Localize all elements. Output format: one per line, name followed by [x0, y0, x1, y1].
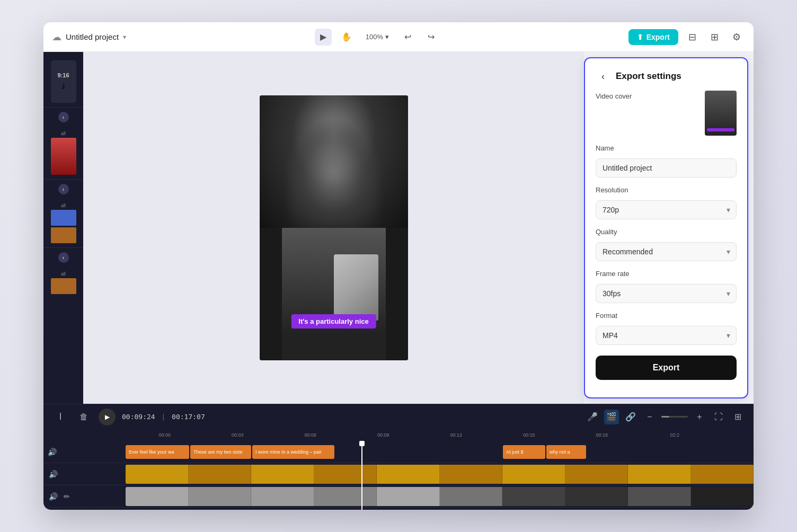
timeline-tracks: 🔊 Ever feel like your wa These are my tw…	[43, 441, 754, 510]
frame-d-4	[314, 487, 377, 506]
zoom-value: 100%	[366, 33, 383, 41]
expand-sidebar-button-1[interactable]: ›	[58, 112, 69, 122]
frame-4	[314, 465, 377, 484]
frame-d-1	[126, 487, 189, 506]
frame-d-5	[377, 487, 440, 506]
layers-button[interactable]: ⊟	[684, 29, 701, 46]
track-edit-button[interactable]: ✏	[61, 491, 72, 502]
track-controls-2: 🔊	[43, 469, 126, 480]
quality-select-wrapper: LowMediumRecommendedHigh	[596, 242, 737, 261]
zoom-in-button[interactable]: +	[692, 410, 707, 424]
undo-button[interactable]: ↩	[400, 29, 417, 46]
ruler-mark-2: 00:06	[274, 432, 347, 438]
frame-6	[440, 465, 503, 484]
frame-8	[565, 465, 628, 484]
frame-rate-select-wrapper: 24fps25fps30fps60fps	[596, 284, 737, 303]
track-content-subtitles: Ever feel like your wa These are my two …	[126, 441, 754, 463]
name-input[interactable]	[596, 158, 737, 178]
frame-rate-select[interactable]: 24fps25fps30fps60fps	[596, 284, 737, 303]
play-button[interactable]: ▶	[99, 409, 116, 425]
expand-sidebar-button-2[interactable]: ›	[58, 184, 69, 194]
clip-5-label: why not a	[550, 449, 570, 455]
redo-button[interactable]: ↪	[423, 29, 440, 46]
frame-7	[502, 465, 565, 484]
name-label: Name	[596, 144, 737, 152]
trash-button[interactable]: 🗑	[75, 409, 92, 425]
track-volume-button-2[interactable]: 🔊	[48, 491, 58, 502]
track-controls-3: 🔊 ✏	[43, 491, 126, 502]
text-cursor-tool-button[interactable]: I	[52, 409, 69, 425]
ruler-mark-4: 00:12	[420, 432, 493, 438]
format-select[interactable]: MP4MOVAVIGIF	[596, 326, 737, 345]
left-sidebar: 9:16 ♪ › all › all	[43, 52, 83, 404]
video-cover-section: Video cover	[596, 92, 737, 136]
resolution-select[interactable]: 360p480p720p1080p4K	[596, 200, 737, 219]
strip-frames-1	[126, 465, 754, 484]
video-strip-dark[interactable]	[126, 487, 754, 506]
main-content: 9:16 ♪ › all › all	[43, 52, 754, 404]
settings-button[interactable]: ⚙	[728, 29, 745, 46]
track-row-video-1: 🔊	[43, 463, 754, 485]
frame-d-9	[628, 487, 691, 506]
ruler-mark-3: 00:09	[347, 432, 420, 438]
resolution-select-wrapper: 360p480p720p1080p4K	[596, 200, 737, 219]
video-tool-button[interactable]: 🎬	[604, 410, 619, 424]
playhead	[361, 441, 362, 510]
subtitle-clip-2[interactable]: These are my two siste	[190, 445, 251, 459]
zoom-level-button[interactable]: 100% ▾	[361, 31, 393, 43]
panel-header: ‹ Export settings	[596, 69, 737, 84]
frame-d-6	[440, 487, 503, 506]
track-row-text: 🔊 ..it's a particularly nice... These ar…	[43, 508, 754, 510]
frame-10	[691, 465, 754, 484]
resolution-form-group: Resolution 360p480p720p1080p4K	[596, 186, 737, 219]
ruler-mark-0: 00:00	[128, 432, 201, 438]
timeline-right-tools: 🎤 🎬 🔗 − + ⛶ ⊞	[585, 410, 745, 424]
layout-button[interactable]: ⊞	[706, 29, 723, 46]
fullscreen-button[interactable]: ⛶	[711, 410, 726, 424]
track-volume-button-1[interactable]: 🔊	[48, 469, 58, 480]
expand-sidebar-button-3[interactable]: ›	[58, 252, 69, 263]
hand-tool-button[interactable]: ✋	[338, 29, 355, 46]
zoom-out-button[interactable]: −	[642, 410, 657, 424]
timeline-area: I 🗑 ▶ 00:09:24 | 00:17:07 🎤 🎬 🔗 − + ⛶	[43, 404, 754, 510]
video-cover-thumb[interactable]	[705, 91, 737, 136]
play-icon: ▶	[105, 413, 110, 421]
current-time-display: 00:09:24 | 00:17:07	[122, 413, 205, 421]
layout-tool-button[interactable]: ⊞	[730, 410, 745, 424]
tiktok-icon: ♪	[61, 81, 66, 92]
export-action-button[interactable]: Export	[596, 356, 737, 380]
export-label: Export	[647, 33, 670, 41]
subtitle-clip-4[interactable]: At just $	[503, 445, 545, 459]
zoom-chevron-icon: ▾	[385, 33, 389, 41]
track-content-text: ..it's a particularly nice... These are …	[126, 508, 754, 510]
mic-tool-button[interactable]: 🎤	[585, 410, 600, 424]
back-button[interactable]: ‹	[596, 69, 610, 84]
subtitle-text: It's a particularly nice	[298, 317, 368, 325]
frame-d-3	[251, 487, 314, 506]
export-icon: ⬆	[637, 33, 643, 41]
back-icon: ‹	[601, 71, 605, 82]
subtitle-clip-5[interactable]: why not a	[546, 445, 586, 459]
frame-5	[377, 465, 440, 484]
quality-select[interactable]: LowMediumRecommendedHigh	[596, 242, 737, 261]
name-form-group: Name	[596, 144, 737, 178]
export-settings-panel: ‹ Export settings Video cover Name	[584, 57, 748, 398]
format-select-wrapper: MP4MOVAVIGIF	[596, 326, 737, 345]
subtitle-clip-1[interactable]: Ever feel like your wa	[126, 445, 189, 459]
frame-2	[189, 465, 252, 484]
select-tool-button[interactable]: ▶	[315, 29, 332, 46]
cloud-icon: ☁	[52, 31, 61, 43]
subtitle-clip-3[interactable]: I wore mine to a wedding – pair	[252, 445, 334, 459]
all-label-1: all	[61, 131, 66, 136]
subtitle-overlay: It's a particularly nice	[291, 314, 376, 329]
frame-rate-label: Frame rate	[596, 270, 737, 278]
video-strip-golden[interactable]	[126, 465, 754, 484]
project-chevron-icon[interactable]: ▾	[123, 33, 126, 41]
clip-4-label: At just $	[506, 449, 524, 455]
sidebar-media-section-2: all	[43, 199, 83, 248]
link-tool-button[interactable]: 🔗	[623, 410, 638, 424]
zoom-slider-track	[661, 416, 688, 418]
export-button[interactable]: ⬆ Export	[628, 29, 678, 45]
media-thumb-2a	[51, 210, 76, 226]
resolution-label: Resolution	[596, 186, 737, 194]
